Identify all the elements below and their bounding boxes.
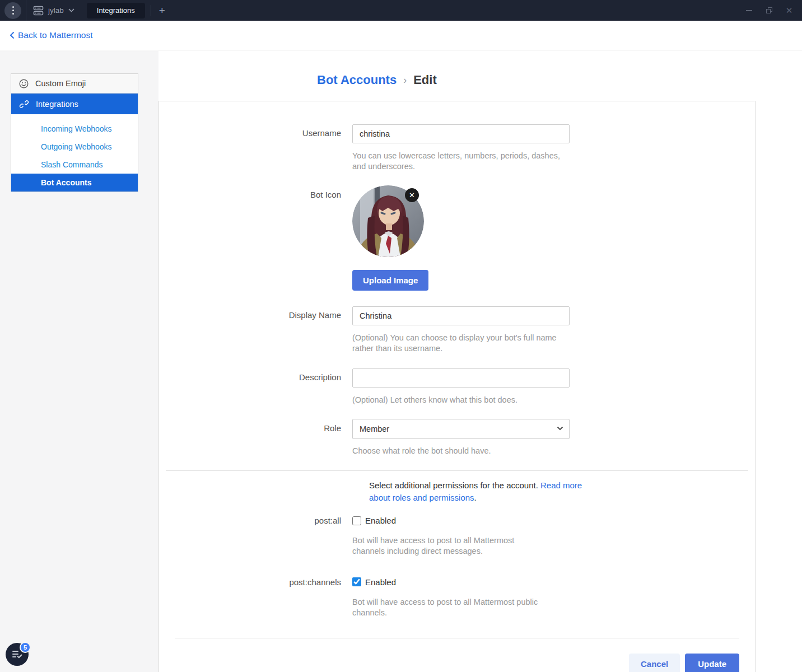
display-name-input[interactable]	[352, 306, 570, 325]
username-help: You can use lowercase letters, numbers, …	[352, 151, 572, 172]
sidebar-item-incoming-webhooks[interactable]: Incoming Webhooks	[11, 120, 138, 138]
sidebar-item-bot-accounts[interactable]: Bot Accounts	[11, 174, 138, 192]
backstage-sidebar-column: Custom Emoji Integrations Incoming Webho…	[0, 51, 158, 672]
back-to-mattermost-link[interactable]: Back to Mattermost	[10, 30, 93, 40]
remove-icon: ✕	[409, 191, 415, 199]
role-label: Role	[159, 419, 352, 456]
minimize-button[interactable]	[743, 4, 755, 17]
breadcrumb: Bot Accounts › Edit	[317, 73, 437, 87]
sidebar-item-custom-emoji[interactable]: Custom Emoji	[11, 74, 138, 94]
role-help: Choose what role the bot should have.	[352, 446, 572, 456]
restore-icon	[766, 7, 772, 13]
footer-divider	[175, 638, 739, 638]
display-name-help: (Optional) You can choose to display you…	[352, 333, 572, 354]
post-all-checkbox[interactable]	[352, 516, 361, 525]
window-titlebar: jylab Integrations + ✕	[0, 0, 802, 21]
back-link-label: Back to Mattermost	[18, 30, 93, 40]
kebab-menu-icon	[12, 6, 14, 15]
tab-divider	[151, 5, 151, 16]
post-channels-row: post:channels Enabled Bot will have acce…	[159, 577, 755, 618]
sidebar-item-integrations[interactable]: Integrations	[11, 94, 138, 114]
display-name-label: Display Name	[159, 306, 352, 354]
smiley-icon	[19, 79, 29, 88]
chevron-left-icon	[10, 31, 15, 39]
sidebar-item-label: Integrations	[36, 100, 78, 109]
server-name: jylab	[48, 6, 64, 15]
post-channels-checkbox-line: Enabled	[352, 577, 576, 587]
backstage-nav: Custom Emoji Integrations Incoming Webho…	[11, 73, 138, 192]
page-title: Edit	[413, 73, 437, 87]
window-controls: ✕	[743, 4, 802, 17]
bot-avatar: ✕	[352, 185, 424, 257]
description-label: Description	[159, 368, 352, 405]
username-row: Username You can use lowercase letters, …	[159, 124, 755, 172]
integrations-subnav: Incoming Webhooks Outgoing Webhooks Slas…	[11, 114, 138, 192]
cancel-button[interactable]: Cancel	[629, 654, 680, 672]
chevron-down-icon	[68, 8, 74, 12]
form-actions: Cancel Update	[159, 654, 755, 672]
backstage-content: Bot Accounts › Edit Username You can use…	[158, 51, 802, 672]
description-help: (Optional) Let others know what this bot…	[352, 395, 572, 405]
post-channels-label: post:channels	[159, 577, 352, 618]
post-all-row: post:all Enabled Bot will have access to…	[159, 516, 755, 557]
post-all-help: Bot will have access to post to all Matt…	[352, 535, 548, 557]
minimize-icon	[746, 10, 752, 11]
permissions-intro-text: Select additional permissions for the ac…	[369, 480, 540, 490]
sidebar-item-label: Custom Emoji	[35, 79, 86, 88]
post-all-enabled-label: Enabled	[365, 516, 396, 525]
bot-icon-row: Bot Icon	[159, 185, 755, 291]
close-icon: ✕	[786, 6, 793, 15]
link-icon	[19, 99, 29, 109]
post-all-checkbox-line: Enabled	[352, 516, 576, 525]
post-channels-checkbox[interactable]	[352, 577, 361, 586]
display-name-row: Display Name (Optional) You can choose t…	[159, 306, 755, 354]
notification-badge[interactable]: 5	[20, 642, 31, 653]
permissions-intro-suffix: .	[474, 493, 477, 502]
server-icon	[33, 6, 44, 16]
post-all-label: post:all	[159, 516, 352, 557]
bot-icon-label: Bot Icon	[159, 185, 352, 291]
breadcrumb-separator-icon: ›	[403, 74, 407, 86]
username-label: Username	[159, 124, 352, 172]
description-row: Description (Optional) Let others know w…	[159, 368, 755, 405]
upload-image-button[interactable]: Upload Image	[352, 270, 428, 291]
close-button[interactable]: ✕	[783, 4, 795, 17]
role-select[interactable]: Member	[352, 419, 570, 439]
restore-button[interactable]	[763, 4, 775, 17]
tab-integrations[interactable]: Integrations	[87, 3, 145, 18]
breadcrumb-bot-accounts-link[interactable]: Bot Accounts	[317, 73, 397, 87]
backstage-header: Back to Mattermost	[0, 21, 802, 50]
sidebar-item-slash-commands[interactable]: Slash Commands	[11, 156, 138, 174]
permissions-intro: Select additional permissions for the ac…	[369, 479, 585, 504]
app-menu-button[interactable]	[4, 2, 21, 19]
role-row: Role Member Choose what role the bot sho…	[159, 419, 755, 456]
sidebar-item-outgoing-webhooks[interactable]: Outgoing Webhooks	[11, 138, 138, 156]
description-input[interactable]	[352, 368, 570, 388]
section-divider	[166, 470, 748, 471]
post-channels-help: Bot will have access to post to all Matt…	[352, 597, 548, 618]
add-tab-button[interactable]: +	[159, 5, 165, 16]
bot-edit-form-panel: Username You can use lowercase letters, …	[158, 101, 756, 672]
username-input[interactable]	[352, 124, 570, 143]
update-button[interactable]: Update	[685, 654, 739, 672]
post-channels-enabled-label: Enabled	[365, 577, 396, 587]
server-selector[interactable]: jylab	[26, 6, 80, 16]
